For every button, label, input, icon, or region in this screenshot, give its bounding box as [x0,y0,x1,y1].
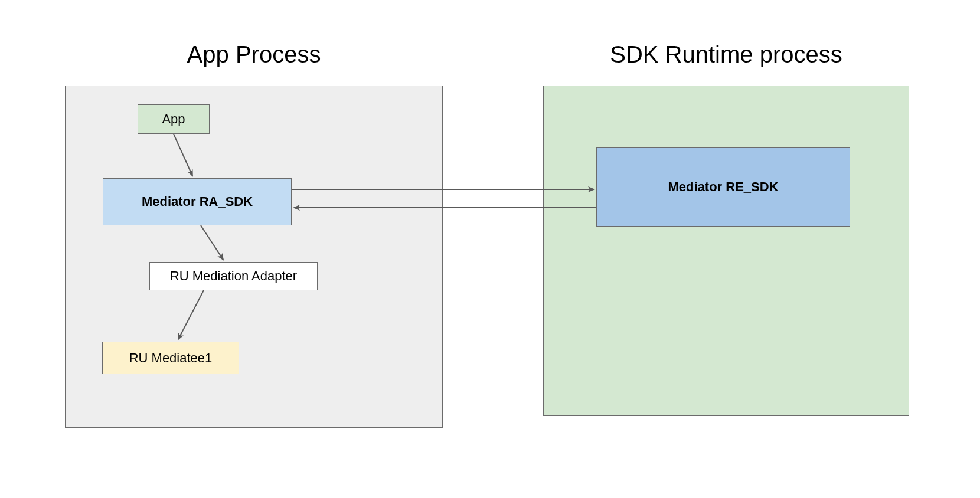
node-ru-mediatee: RU Mediatee1 [102,342,239,374]
node-ru-adapter: RU Mediation Adapter [149,262,318,290]
container-app-process [65,86,443,428]
node-ru-mediatee-label: RU Mediatee1 [129,350,213,366]
title-sdk-runtime-text: SDK Runtime process [610,41,842,67]
diagram-canvas: App Process SDK Runtime process App Medi… [0,0,980,498]
title-app-process: App Process [65,41,443,68]
node-mediator-re: Mediator RE_SDK [596,147,850,227]
container-sdk-runtime [543,86,909,416]
node-mediator-ra: Mediator RA_SDK [103,178,292,225]
node-mediator-re-label: Mediator RE_SDK [668,179,778,195]
node-app: App [138,104,210,134]
node-mediator-ra-label: Mediator RA_SDK [142,194,253,209]
title-sdk-runtime: SDK Runtime process [543,41,909,68]
node-ru-adapter-label: RU Mediation Adapter [170,268,297,284]
node-app-label: App [162,112,185,127]
title-app-process-text: App Process [187,41,321,67]
